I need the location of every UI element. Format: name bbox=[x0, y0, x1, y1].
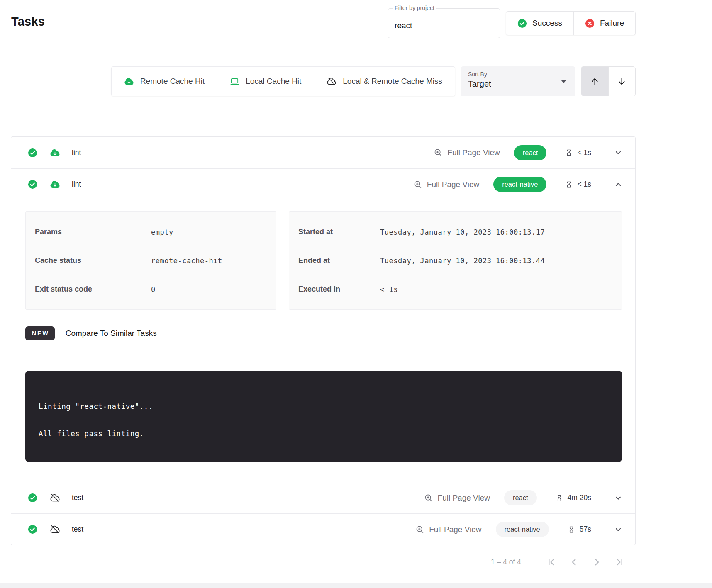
cache-miss-icon bbox=[50, 524, 60, 535]
first-page-button[interactable] bbox=[546, 557, 556, 567]
executed-in-value: < 1s bbox=[380, 285, 398, 294]
task-params-panel: Params empty Cache status remote-cache-h… bbox=[25, 211, 276, 310]
project-filter-field[interactable]: Filter by project bbox=[388, 8, 500, 38]
task-row-left: test bbox=[28, 493, 83, 503]
arrow-up-icon bbox=[590, 77, 600, 86]
started-at-label: Started at bbox=[298, 228, 380, 236]
ended-at-row: Ended at Tuesday, January 10, 2023 16:00… bbox=[289, 246, 622, 275]
task-row-lint-react[interactable]: lint Full Page View react < 1s bbox=[11, 137, 635, 168]
full-page-view-button[interactable]: Full Page View bbox=[434, 148, 500, 157]
task-duration: < 1s bbox=[565, 180, 591, 189]
chevron-down-icon bbox=[614, 525, 623, 534]
terminal-output: Linting "react-native"... All files pass… bbox=[25, 371, 622, 462]
hourglass-icon bbox=[565, 180, 573, 189]
task-duration-value: < 1s bbox=[577, 148, 591, 157]
horizontal-scrollbar-track[interactable] bbox=[0, 583, 712, 588]
task-row-right: Full Page View react-native < 1s bbox=[413, 177, 623, 192]
expand-row-button[interactable] bbox=[614, 148, 623, 157]
success-status-icon bbox=[28, 493, 37, 503]
magnifier-plus-icon bbox=[415, 525, 424, 534]
local-cache-hit-filter-button[interactable]: Local Cache Hit bbox=[217, 67, 314, 96]
header-controls: Filter by project Success Failure bbox=[388, 8, 636, 38]
task-duration: 57s bbox=[567, 525, 591, 534]
compare-section: NEW Compare To Similar Tasks bbox=[25, 326, 622, 340]
sort-ascending-button[interactable] bbox=[581, 67, 608, 96]
sort-by-select[interactable]: Sort By Target bbox=[461, 66, 575, 96]
chevron-down-icon bbox=[614, 493, 623, 503]
project-badge: react-native bbox=[493, 177, 546, 192]
task-duration: < 1s bbox=[565, 148, 591, 157]
pagination: 1 – 4 of 4 bbox=[0, 557, 712, 567]
task-row-test-react-native[interactable]: test Full Page View react-native 57s bbox=[11, 513, 635, 545]
full-page-view-button[interactable]: Full Page View bbox=[415, 525, 481, 534]
hourglass-icon bbox=[567, 525, 575, 534]
task-name: lint bbox=[72, 148, 81, 157]
task-row-test-react[interactable]: test Full Page View react 4m 20s bbox=[11, 482, 635, 513]
project-badge: react bbox=[514, 145, 547, 160]
success-status-icon bbox=[28, 525, 37, 534]
sort-descending-button[interactable] bbox=[608, 67, 636, 96]
success-filter-label: Success bbox=[532, 19, 562, 28]
expand-row-button[interactable] bbox=[614, 525, 623, 534]
project-filter-label: Filter by project bbox=[393, 5, 436, 11]
remote-cache-hit-label: Remote Cache Hit bbox=[140, 77, 205, 86]
exit-status-row: Exit status code 0 bbox=[26, 275, 276, 304]
full-page-view-label: Full Page View bbox=[429, 525, 481, 534]
task-timing-panel: Started at Tuesday, January 10, 2023 16:… bbox=[289, 211, 622, 310]
cloud-slash-icon bbox=[327, 76, 336, 86]
task-duration-value: 4m 20s bbox=[568, 493, 591, 502]
failure-filter-button[interactable]: Failure bbox=[573, 12, 635, 35]
full-page-view-button[interactable]: Full Page View bbox=[424, 493, 490, 503]
sort-by-label: Sort By bbox=[468, 71, 568, 78]
cache-filter-group: Remote Cache Hit Local Cache Hit Local &… bbox=[111, 66, 455, 96]
new-badge: NEW bbox=[25, 326, 55, 340]
arrow-down-icon bbox=[617, 77, 627, 86]
task-name: test bbox=[72, 525, 83, 534]
project-filter-input[interactable] bbox=[388, 9, 500, 38]
last-page-icon bbox=[614, 557, 625, 567]
project-badge: react-native bbox=[496, 522, 549, 537]
hourglass-icon bbox=[555, 494, 563, 502]
task-row-left: lint bbox=[28, 148, 81, 158]
sort-direction-toggle bbox=[581, 66, 636, 96]
compare-to-similar-tasks-link[interactable]: Compare To Similar Tasks bbox=[66, 329, 157, 338]
last-page-button[interactable] bbox=[614, 557, 625, 567]
executed-in-row: Executed in < 1s bbox=[289, 275, 622, 304]
task-row-expanded-wrapper: lint Full Page View react-native bbox=[11, 168, 635, 482]
task-list: lint Full Page View react < 1s bbox=[11, 136, 636, 545]
params-row: Params empty bbox=[26, 218, 276, 246]
pagination-range: 1 – 4 of 4 bbox=[491, 558, 521, 566]
expand-row-button[interactable] bbox=[614, 493, 623, 503]
executed-in-label: Executed in bbox=[298, 285, 380, 294]
success-filter-button[interactable]: Success bbox=[506, 12, 573, 35]
terminal-line: All files pass linting. bbox=[39, 430, 609, 438]
next-page-button[interactable] bbox=[592, 557, 602, 567]
previous-page-button[interactable] bbox=[569, 557, 579, 567]
failure-filter-label: Failure bbox=[600, 19, 624, 28]
params-label: Params bbox=[35, 228, 151, 236]
task-name: lint bbox=[72, 180, 81, 189]
task-duration-value: < 1s bbox=[577, 180, 591, 189]
cache-miss-filter-button[interactable]: Local & Remote Cache Miss bbox=[314, 67, 455, 96]
task-details-section: Params empty Cache status remote-cache-h… bbox=[11, 200, 635, 482]
chevron-up-icon bbox=[614, 180, 623, 189]
magnifier-plus-icon bbox=[424, 493, 433, 503]
detail-panels: Params empty Cache status remote-cache-h… bbox=[25, 211, 622, 310]
remote-cache-hit-filter-button[interactable]: Remote Cache Hit bbox=[112, 67, 217, 96]
task-row-right: Full Page View react 4m 20s bbox=[424, 490, 623, 505]
collapse-row-button[interactable] bbox=[614, 180, 623, 189]
chevron-down-icon bbox=[561, 80, 566, 83]
full-page-view-label: Full Page View bbox=[438, 493, 490, 503]
toolbar: Remote Cache Hit Local Cache Hit Local &… bbox=[0, 66, 712, 96]
full-page-view-label: Full Page View bbox=[427, 180, 479, 189]
full-page-view-button[interactable]: Full Page View bbox=[413, 180, 479, 189]
status-filter-toggle: Success Failure bbox=[506, 11, 636, 35]
cache-status-label: Cache status bbox=[35, 256, 151, 265]
task-row-left: lint bbox=[28, 179, 81, 190]
task-duration-value: 57s bbox=[580, 525, 591, 534]
task-row-left: test bbox=[28, 524, 83, 535]
task-row-lint-react-native[interactable]: lint Full Page View react-native bbox=[11, 168, 635, 200]
task-row-right: Full Page View react < 1s bbox=[434, 145, 623, 160]
x-circle-icon bbox=[585, 19, 595, 28]
started-at-value: Tuesday, January 10, 2023 16:00:13.17 bbox=[380, 228, 545, 236]
